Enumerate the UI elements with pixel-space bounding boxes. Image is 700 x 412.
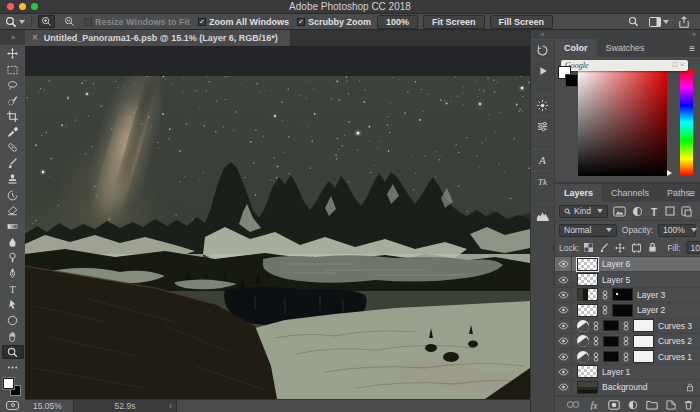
canvas-image[interactable]	[25, 76, 530, 399]
visibility-toggle[interactable]	[555, 288, 572, 302]
google-maximize-icon[interactable]: □	[673, 62, 677, 69]
zoom-in-mode-button[interactable]	[38, 15, 55, 28]
document-tab[interactable]: × Untitled_Panorama1-6.psb @ 15.1% (Laye…	[25, 30, 291, 46]
panel-foreground-swatch[interactable]	[565, 74, 578, 87]
zoom-100-button[interactable]: 100%	[377, 15, 418, 29]
visibility-toggle[interactable]	[555, 257, 572, 271]
layer-row[interactable]: Background	[555, 380, 700, 395]
glyphs-panel-button[interactable]: Tk	[531, 170, 555, 191]
foreground-background-colors[interactable]	[3, 378, 22, 397]
mask-link-icon[interactable]	[623, 352, 629, 362]
mask-link-icon[interactable]	[602, 290, 608, 300]
vector-mask-thumbnail[interactable]	[633, 335, 654, 348]
vector-mask-thumbnail[interactable]	[633, 319, 654, 332]
visibility-toggle[interactable]	[555, 380, 572, 394]
zoom-tool[interactable]	[2, 345, 24, 359]
layer-thumbnail[interactable]	[577, 365, 598, 378]
layer-name[interactable]: Curves 1	[658, 352, 692, 362]
fit-screen-button[interactable]: Fit Screen	[423, 15, 485, 29]
layers-panel-menu-icon[interactable]: ≡	[689, 184, 695, 202]
layer-mask-thumbnail[interactable]	[603, 351, 619, 362]
new-layer-button[interactable]	[666, 400, 676, 410]
layer-row[interactable]: Curves 2	[555, 334, 700, 349]
filter-adjustment-layers[interactable]	[632, 206, 643, 217]
checkbox-box-icon[interactable]	[84, 18, 92, 26]
checkbox-box-icon[interactable]: ✓	[198, 18, 206, 26]
layer-thumbnail[interactable]	[577, 304, 598, 317]
mask-link-icon[interactable]	[623, 336, 629, 346]
histogram-panel-button[interactable]	[531, 204, 555, 225]
link-layers-button[interactable]	[566, 400, 580, 409]
curves-adjustment-icon[interactable]	[577, 335, 589, 347]
status-zoom-level[interactable]: 15.05%	[25, 401, 73, 411]
layer-row[interactable]: Layer 2	[555, 303, 700, 318]
opacity-dropdown[interactable]: 100%	[658, 224, 696, 237]
visibility-toggle[interactable]	[555, 319, 572, 333]
edit-toolbar[interactable]	[0, 360, 25, 376]
crop-tool[interactable]	[0, 109, 25, 125]
layer-thumbnail[interactable]	[577, 381, 598, 394]
status-info-field[interactable]: 52.9s ›	[73, 400, 177, 412]
mask-link-icon[interactable]	[593, 352, 599, 362]
curves-adjustment-icon[interactable]	[577, 351, 589, 363]
layer-name[interactable]: Layer 3	[637, 290, 665, 300]
mask-link-icon[interactable]	[602, 305, 608, 315]
visibility-toggle[interactable]	[555, 365, 572, 379]
dodge-tool[interactable]	[0, 250, 25, 266]
filter-smart-objects[interactable]	[681, 206, 692, 217]
layer-name[interactable]: Layer 5	[602, 275, 630, 285]
pen-tool[interactable]	[0, 266, 25, 282]
checkbox-box-icon[interactable]: ✓	[297, 18, 305, 26]
close-tab-icon[interactable]: ×	[32, 33, 38, 43]
history-brush-tool[interactable]	[0, 187, 25, 203]
layer-thumbnail[interactable]	[577, 288, 598, 301]
layer-mask-thumbnail[interactable]	[603, 320, 619, 331]
layer-name[interactable]: Layer 6	[602, 259, 630, 269]
blur-tool[interactable]	[0, 234, 25, 250]
move-tool[interactable]	[0, 46, 25, 62]
tab-swatches[interactable]: Swatches	[597, 39, 654, 57]
visibility-toggle[interactable]	[555, 349, 572, 363]
layer-row[interactable]: Layer 3	[555, 288, 700, 303]
brush-tool[interactable]	[0, 156, 25, 172]
layer-row[interactable]: Layer 1	[555, 365, 700, 380]
eyedropper-tool[interactable]	[0, 124, 25, 140]
filter-pixel-layers[interactable]	[613, 206, 626, 217]
delete-layer-button[interactable]	[684, 399, 693, 410]
google-close-icon[interactable]: ×	[680, 62, 684, 69]
layer-thumbnail[interactable]	[577, 258, 598, 271]
lock-paint[interactable]	[599, 243, 609, 253]
document-canvas[interactable]	[25, 47, 530, 399]
properties-panel-button[interactable]	[531, 115, 555, 136]
filter-type-layers[interactable]: T	[649, 206, 659, 217]
quick-selection-tool[interactable]	[0, 93, 25, 109]
color-picker-area[interactable]: Google □ ×	[555, 57, 700, 182]
visibility-toggle[interactable]	[555, 303, 572, 317]
marquee-tool[interactable]	[0, 62, 25, 78]
actions-panel-button[interactable]	[531, 60, 555, 81]
resize-windows-to-fit-checkbox[interactable]: Resize Windows to Fit	[84, 17, 190, 27]
dock-collapse-right-button[interactable]: »	[555, 30, 700, 39]
lock-artboard[interactable]	[631, 243, 642, 253]
type-tool[interactable]: T	[0, 281, 25, 297]
fill-dropdown[interactable]: 100%	[686, 241, 700, 254]
layer-name[interactable]: Curves 3	[658, 321, 692, 331]
active-tool-icon[interactable]	[5, 16, 25, 28]
layer-row[interactable]: Layer 6	[555, 257, 700, 272]
add-mask-button[interactable]	[608, 400, 620, 410]
hue-slider[interactable]	[680, 69, 693, 176]
dock-collapse-left-button[interactable]: «	[531, 30, 554, 39]
tab-channels[interactable]: Channels	[602, 184, 658, 202]
search-icon[interactable]	[628, 16, 639, 27]
curves-adjustment-icon[interactable]	[577, 320, 589, 332]
layer-style-button[interactable]: fx	[588, 400, 600, 410]
layer-name[interactable]: Layer 1	[602, 367, 630, 377]
mask-link-icon[interactable]	[623, 321, 629, 331]
gradient-tool[interactable]	[0, 219, 25, 235]
clone-stamp-tool[interactable]	[0, 172, 25, 188]
foreground-color-swatch[interactable]	[3, 378, 14, 389]
workspace-switcher-button[interactable]	[649, 17, 669, 27]
lasso-tool[interactable]	[0, 77, 25, 93]
saturation-brightness-field[interactable]	[578, 69, 667, 176]
blend-mode-dropdown[interactable]: Normal	[559, 224, 617, 237]
